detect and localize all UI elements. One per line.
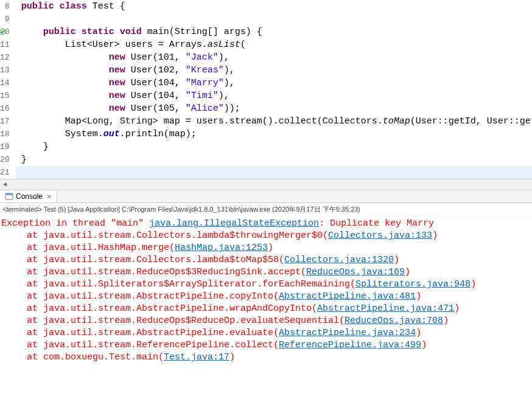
ln-14: 14 xyxy=(0,77,10,89)
stack-frame: at java.util.stream.AbstractPipeline.cop… xyxy=(1,291,531,303)
stack-frame-text: at java.util.stream.ReduceOps$ReduceOp.e… xyxy=(27,316,345,326)
stack-frame-link[interactable]: AbstractPipeline.java:481 xyxy=(279,291,416,302)
stack-frame: at java.util.stream.ReduceOps$3ReducingS… xyxy=(1,266,531,279)
override-marker-icon xyxy=(0,27,6,34)
console-tab[interactable]: Console ✕ xyxy=(0,190,57,202)
svg-rect-2 xyxy=(5,193,13,195)
console-launch-info: <terminated> Test (5) [Java Application]… xyxy=(0,203,532,216)
stack-frame-text: ) xyxy=(416,291,421,302)
exception-class-link[interactable]: java.lang.IllegalStateException xyxy=(149,218,319,229)
stack-frame-link[interactable]: AbstractPipeline.java:234 xyxy=(279,328,416,338)
editor-horizontal-scrollbar[interactable]: ◄ xyxy=(0,179,532,190)
ln-20: 20 xyxy=(0,153,10,166)
stack-frame-link[interactable]: HashMap.java:1253 xyxy=(175,243,268,253)
ln-17: 17 xyxy=(0,115,10,128)
stack-frame-text: at java.util.stream.Collectors.lambda$th… xyxy=(27,230,328,241)
ln-9: 9 xyxy=(0,13,10,26)
stack-frame: at java.util.stream.ReduceOps$ReduceOp.e… xyxy=(1,315,531,327)
code-line[interactable]: public class Test { xyxy=(16,0,532,13)
ln-16: 16 xyxy=(0,102,10,115)
stack-frame-text: ) xyxy=(454,303,460,314)
stack-frame-link[interactable]: ReduceOps.java:708 xyxy=(345,316,443,326)
code-line[interactable]: } xyxy=(16,153,532,166)
code-line[interactable]: new User(101, "Jack"), xyxy=(16,51,532,64)
code-line[interactable]: new User(105, "Alice")); xyxy=(16,102,532,115)
close-icon[interactable]: ✕ xyxy=(45,193,53,201)
exception-header-line: Exception in thread "main" java.lang.Ill… xyxy=(1,218,531,230)
stack-frame-text: at java.util.stream.ReduceOps$3ReducingS… xyxy=(27,267,306,277)
ln-13: 13 xyxy=(0,64,10,77)
stack-frame: at java.util.Spliterators$ArraySpliterat… xyxy=(1,279,531,291)
stack-frame-text: at java.util.stream.AbstractPipeline.cop… xyxy=(27,291,279,302)
stack-frame-text: ) xyxy=(394,255,399,265)
ln-18: 18 xyxy=(0,128,10,140)
console-view-header: Console ✕ xyxy=(0,190,532,203)
code-line[interactable]: public static void main(String[] args) { xyxy=(16,26,532,38)
stack-frame-link[interactable]: Collectors.java:1320 xyxy=(284,255,394,265)
code-editor[interactable]: 8 9 10 11 12 13 14 15 16 17 18 19 20 21 … xyxy=(0,0,532,179)
stack-frame: at java.util.stream.AbstractPipeline.eva… xyxy=(1,327,531,339)
stack-frame-link[interactable]: ReduceOps.java:169 xyxy=(306,267,405,277)
code-line[interactable]: } xyxy=(16,140,532,153)
stack-frame-text: ) xyxy=(421,340,427,350)
code-line[interactable]: Map<Long, String> map = users.stream().c… xyxy=(16,115,532,128)
stack-frame-link[interactable]: Spliterators.java:948 xyxy=(355,279,471,289)
stack-frame: at java.util.stream.Collectors.lambda$to… xyxy=(1,254,531,266)
code-line-current[interactable] xyxy=(16,166,532,179)
scroll-left-icon[interactable]: ◄ xyxy=(0,180,10,190)
line-number-gutter: 8 9 10 11 12 13 14 15 16 17 18 19 20 21 xyxy=(0,0,13,179)
code-line[interactable]: System.out.println(map); xyxy=(16,128,532,140)
code-line[interactable]: new User(104, "Timi"), xyxy=(16,89,532,102)
stack-frame-text: ) xyxy=(405,267,410,277)
stack-frame-text: at java.util.stream.AbstractPipeline.wra… xyxy=(27,303,317,314)
stack-frame-text: at com.boxuegu.Test.main( xyxy=(27,352,164,362)
ln-8: 8 xyxy=(0,0,10,13)
stack-frame-text: ) xyxy=(432,230,438,241)
console-icon xyxy=(5,192,13,201)
ln-11: 11 xyxy=(0,38,10,51)
stack-frame-text: ) xyxy=(268,243,273,253)
stack-frame: at com.boxuegu.Test.main(Test.java:17) xyxy=(1,351,531,364)
stack-frame-text: ) xyxy=(416,328,421,338)
stack-frame-text: at java.util.HashMap.merge( xyxy=(27,243,175,253)
ln-10: 10 xyxy=(0,26,10,38)
ln-12: 12 xyxy=(0,51,10,64)
console-tab-label: Console xyxy=(16,192,43,201)
stack-frame: at java.util.HashMap.merge(HashMap.java:… xyxy=(1,242,531,254)
stack-frame-link[interactable]: ReferencePipeline.java:499 xyxy=(279,340,421,350)
code-line[interactable] xyxy=(16,13,532,26)
console-output[interactable]: Exception in thread "main" java.lang.Ill… xyxy=(0,216,532,369)
ln-21: 21 xyxy=(0,166,10,179)
stack-frame-text: ) xyxy=(443,316,449,326)
stack-frame-link[interactable]: Collectors.java:133 xyxy=(328,230,432,241)
code-area[interactable]: public class Test { public static void m… xyxy=(13,0,532,179)
stack-frame-text: at java.util.stream.AbstractPipeline.eva… xyxy=(27,328,279,338)
stack-frame-text: at java.util.stream.Collectors.lambda$to… xyxy=(27,255,284,265)
stack-frame-text: ) xyxy=(229,352,235,362)
code-line[interactable]: new User(102, "Kreas"), xyxy=(16,64,532,77)
ln-15: 15 xyxy=(0,89,10,102)
ln-19: 19 xyxy=(0,140,10,153)
stack-frame: at java.util.stream.Collectors.lambda$th… xyxy=(1,230,531,242)
stack-frame-text: at java.util.Spliterators$ArraySpliterat… xyxy=(27,279,355,289)
stack-frame-text: ) xyxy=(471,279,476,289)
code-line[interactable]: new User(104, "Marry"), xyxy=(16,77,532,89)
stack-frame: at java.util.stream.AbstractPipeline.wra… xyxy=(1,303,531,315)
stack-frame-text: at java.util.stream.ReferencePipeline.co… xyxy=(27,340,279,350)
stack-frame-link[interactable]: AbstractPipeline.java:471 xyxy=(317,303,454,314)
stack-frame: at java.util.stream.ReferencePipeline.co… xyxy=(1,339,531,351)
stack-frame-link[interactable]: Test.java:17 xyxy=(164,352,229,362)
code-line[interactable]: List<User> users = Arrays.asList( xyxy=(16,38,532,51)
